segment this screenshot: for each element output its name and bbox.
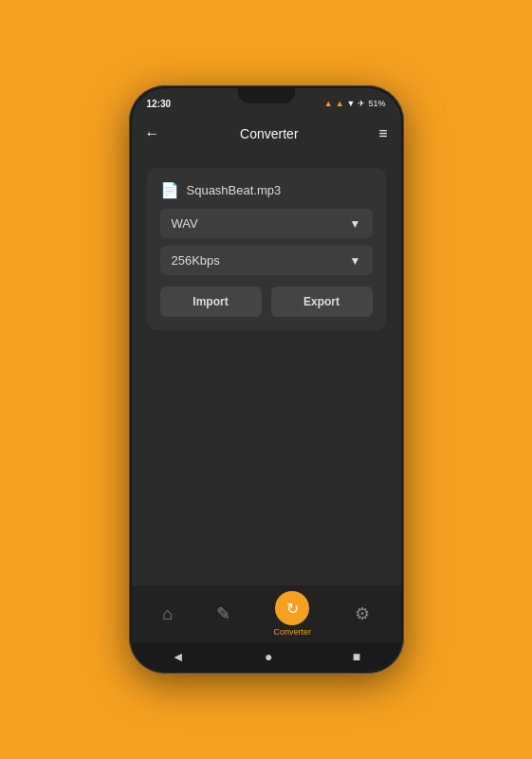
file-icon: 📄 <box>160 181 179 199</box>
phone-frame: 12:30 ▲ ▲ ▼ ✈ 51% ← Converter ≡ 📄 Squash… <box>129 85 404 674</box>
nav-item-converter[interactable]: ↻ Converter <box>264 587 321 640</box>
home-icon: ⌂ <box>162 604 173 624</box>
airplane-icon: ✈ <box>358 99 365 108</box>
nav-item-edit[interactable]: ✎ <box>207 600 240 628</box>
bitrate-selected: 256Kbps <box>172 253 220 268</box>
edit-icon: ✎ <box>216 603 230 624</box>
file-card: 📄 SquashBeat.mp3 WAV ▼ 256Kbps ▼ Import … <box>147 168 386 330</box>
home-sys-button[interactable]: ● <box>265 649 272 664</box>
top-bar: ← Converter ≡ <box>132 115 401 153</box>
settings-icon: ⚙ <box>355 603 370 624</box>
back-button[interactable]: ← <box>145 125 160 142</box>
status-icons: ▲ ▲ ▼ ✈ 51% <box>324 99 386 108</box>
export-button[interactable]: Export <box>271 287 373 317</box>
warning-icon-1: ▲ <box>324 99 333 108</box>
notch <box>238 88 295 103</box>
bitrate-dropdown-arrow: ▼ <box>350 254 361 268</box>
wifi-icon: ▼ <box>347 99 356 108</box>
recent-sys-button[interactable]: ■ <box>353 649 360 664</box>
bottom-nav: ⌂ ✎ ↻ Converter ⚙ <box>132 585 401 642</box>
nav-item-settings[interactable]: ⚙ <box>345 600 379 628</box>
converter-nav-label: Converter <box>273 627 311 637</box>
converter-icon: ↻ <box>275 591 309 625</box>
bitrate-dropdown[interactable]: 256Kbps ▼ <box>160 246 373 275</box>
file-name: SquashBeat.mp3 <box>187 183 282 197</box>
format-dropdown-arrow: ▼ <box>350 217 361 231</box>
format-dropdown[interactable]: WAV ▼ <box>160 209 373 238</box>
file-name-row: 📄 SquashBeat.mp3 <box>160 181 373 199</box>
format-selected: WAV <box>172 216 198 231</box>
back-sys-button[interactable]: ◄ <box>172 649 185 664</box>
import-button[interactable]: Import <box>160 287 262 317</box>
nav-item-home[interactable]: ⌂ <box>153 601 182 628</box>
system-nav: ◄ ● ■ <box>132 642 401 671</box>
menu-button[interactable]: ≡ <box>378 125 387 142</box>
battery-icon: 51% <box>368 99 385 108</box>
status-time: 12:30 <box>147 99 172 109</box>
action-buttons: Import Export <box>160 287 373 317</box>
phone-screen: 12:30 ▲ ▲ ▼ ✈ 51% ← Converter ≡ 📄 Squash… <box>132 88 401 671</box>
page-title: Converter <box>240 126 298 141</box>
main-content: 📄 SquashBeat.mp3 WAV ▼ 256Kbps ▼ Import … <box>132 153 401 585</box>
warning-icon-2: ▲ <box>336 99 344 108</box>
